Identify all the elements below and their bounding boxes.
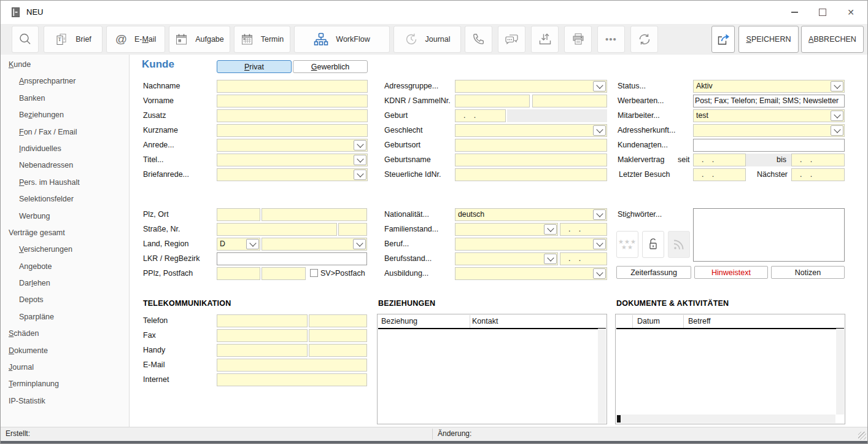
chat-button[interactable]: [498, 26, 525, 53]
maklervertrag-seit-input[interactable]: . .: [693, 154, 746, 166]
notizen-button[interactable]: Notizen: [771, 266, 845, 279]
scrollbar-thumb[interactable]: [617, 415, 621, 423]
chevron-down-icon[interactable]: [354, 140, 366, 150]
nationalitaet-select[interactable]: deutsch: [455, 208, 607, 221]
more-button[interactable]: •••: [597, 26, 625, 53]
minimize-button[interactable]: [780, 1, 808, 24]
chevron-down-icon[interactable]: [593, 81, 606, 92]
sidebar-item-nebenadressen[interactable]: Nebenadressen: [1, 157, 129, 174]
geburt-date-input[interactable]: . .: [455, 109, 506, 122]
sidebar-item-versicherungen[interactable]: Versicherungen: [1, 241, 129, 258]
sidebar-item-pers-im-haushalt[interactable]: Pers. im Haushalt: [1, 174, 129, 191]
cancel-button[interactable]: ABBRECHEN: [801, 26, 864, 53]
hausnr-input[interactable]: [338, 223, 367, 236]
naechster-besuch-input[interactable]: . .: [791, 168, 845, 181]
save-button[interactable]: SPEICHERN: [738, 26, 799, 53]
kdnr-input[interactable]: [455, 95, 530, 107]
chevron-down-icon[interactable]: [593, 268, 606, 279]
hinweistext-button[interactable]: Hinweistext: [694, 266, 768, 279]
berufsstand-date-input[interactable]: . .: [560, 252, 607, 265]
dokumente-vertical-scrollbar[interactable]: [836, 329, 844, 415]
chevron-down-icon[interactable]: [246, 239, 259, 249]
steuer-idnr-input[interactable]: [455, 168, 607, 181]
fax-input[interactable]: [217, 329, 308, 342]
briefanrede-select[interactable]: [217, 168, 368, 181]
sidebar-item-darlehen[interactable]: Darlehen: [1, 275, 129, 292]
berufsstand-select[interactable]: [455, 252, 558, 265]
chevron-down-icon[interactable]: [593, 209, 606, 220]
phone-button[interactable]: [465, 26, 492, 53]
sidebar-item-sparplaene[interactable]: Sparpläne: [1, 309, 129, 325]
sammelnr-input[interactable]: [532, 95, 607, 107]
sidebar-item-beziehungen[interactable]: Beziehungen: [1, 107, 129, 123]
nachname-input[interactable]: [217, 80, 368, 93]
sidebar-item-dokumente[interactable]: Dokumente: [1, 343, 129, 359]
chevron-down-icon[interactable]: [831, 81, 843, 92]
maklervertrag-bis-input[interactable]: . .: [791, 154, 845, 166]
maximize-button[interactable]: [808, 1, 837, 24]
resize-grip[interactable]: [858, 432, 866, 440]
privat-toggle[interactable]: Privat: [217, 60, 292, 73]
plz-input[interactable]: [217, 208, 260, 221]
gewerblich-toggle[interactable]: Gewerblich: [293, 60, 368, 73]
sidebar-item-terminplanung[interactable]: Terminplanung: [1, 376, 129, 392]
betreff-column-header[interactable]: Betreff: [688, 315, 711, 327]
import-export-button[interactable]: [531, 26, 559, 53]
kontakt-column-header[interactable]: Kontakt: [472, 315, 498, 327]
beziehungen-vertical-scrollbar[interactable]: [598, 329, 606, 423]
sidebar-item-werbung[interactable]: Werbung: [1, 208, 129, 225]
feed-button[interactable]: [668, 231, 690, 258]
geburtsort-input[interactable]: [455, 139, 607, 152]
aufgabe-button[interactable]: Aufgabe: [169, 26, 230, 53]
sidebar-item-individuelles[interactable]: Individuelles: [1, 141, 129, 157]
strasse-input[interactable]: [217, 223, 337, 236]
email-button[interactable]: @ E-Mail: [106, 26, 165, 53]
handy-input[interactable]: [217, 344, 308, 357]
chevron-down-icon[interactable]: [593, 239, 606, 249]
telefon2-input[interactable]: [309, 314, 367, 327]
handy2-input[interactable]: [309, 344, 367, 357]
geburtsname-input[interactable]: [455, 154, 607, 166]
geschlecht-select[interactable]: [455, 124, 607, 137]
fax2-input[interactable]: [309, 329, 367, 342]
land-select[interactable]: D: [217, 238, 260, 251]
mitarbeiter-select[interactable]: test: [693, 109, 845, 122]
sidebar-item-ansprechpartner[interactable]: Ansprechpartner: [1, 73, 129, 90]
sidebar-item-banken[interactable]: Banken: [1, 90, 129, 107]
telefon-input[interactable]: [217, 314, 308, 327]
lkr-input[interactable]: [217, 252, 367, 265]
ausbildung-select[interactable]: [455, 267, 607, 280]
status-select[interactable]: Aktiv: [693, 80, 845, 93]
adressherkunft-select[interactable]: [693, 124, 845, 137]
adressgruppe-select[interactable]: [455, 80, 607, 93]
print-button[interactable]: [564, 26, 592, 53]
sidebar-item-schaeden[interactable]: Schäden: [1, 325, 129, 342]
kundenarten-input[interactable]: [693, 139, 845, 152]
familienstand-select[interactable]: [455, 223, 558, 236]
zeiterfassung-button[interactable]: Zeiterfassung: [616, 266, 691, 279]
ort-input[interactable]: [262, 208, 367, 221]
postfach-input[interactable]: [262, 267, 306, 280]
kurzname-input[interactable]: [217, 124, 368, 137]
letzter-besuch-input[interactable]: . .: [693, 168, 746, 181]
sv-postfach-checkbox[interactable]: [310, 269, 318, 277]
sidebar-item-depots[interactable]: Depots: [1, 292, 129, 308]
beziehung-column-header[interactable]: Beziehung: [381, 315, 417, 327]
sidebar-item-fon-fax-email[interactable]: Fon / Fax / Email: [1, 124, 129, 141]
chevron-down-icon[interactable]: [593, 125, 606, 136]
lock-button[interactable]: [642, 231, 664, 258]
region-select[interactable]: [262, 238, 367, 251]
rating-button[interactable]: ★★★★★: [616, 231, 638, 258]
chevron-down-icon[interactable]: [544, 254, 557, 264]
sidebar-item-ip-statistik[interactable]: IP-Statistik: [1, 393, 129, 410]
werbearten-input[interactable]: Post; Fax; Telefon; Email; SMS; Newslett…: [693, 95, 845, 107]
internet-input[interactable]: [217, 373, 367, 386]
titel-select[interactable]: [217, 154, 368, 166]
termin-button[interactable]: Termin: [234, 26, 290, 53]
share-button[interactable]: [711, 26, 735, 53]
email-input[interactable]: [217, 359, 367, 372]
dokumente-horizontal-scrollbar[interactable]: [616, 415, 835, 423]
familienstand-date-input[interactable]: . .: [560, 223, 607, 236]
sidebar-item-kunde[interactable]: Kunde: [1, 56, 129, 73]
sidebar-item-journal[interactable]: Journal: [1, 359, 129, 376]
